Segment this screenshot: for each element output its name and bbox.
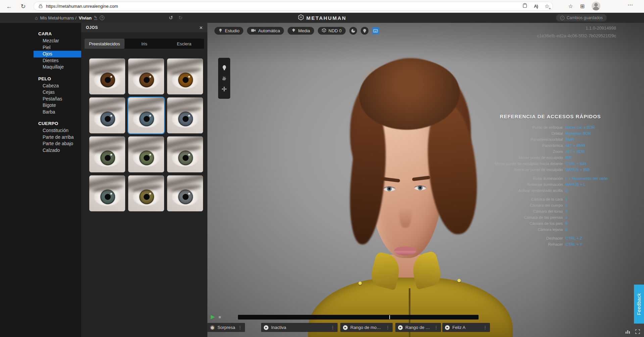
clipboard-icon[interactable] xyxy=(523,3,527,9)
breadcrumb[interactable]: ⌂ Mis MetaHumans / Vivian ✎ ? xyxy=(35,13,104,23)
lod-button[interactable]: NDD 0 xyxy=(318,27,346,35)
animation-clip[interactable]: ▶ Rango de movimiento facial ⋮ xyxy=(340,323,393,332)
eye-preset-thumb[interactable] xyxy=(167,175,203,211)
thumb-iris xyxy=(178,112,193,126)
eye-preset-thumb[interactable] xyxy=(89,136,125,172)
eyes-panel: OJOS × PreestablecidosIrisEsclera xyxy=(81,23,207,337)
eyes-tab[interactable]: Preestablecidos xyxy=(85,39,125,49)
sidebar-item[interactable]: Maquillaje xyxy=(34,64,81,71)
animation-clip[interactable]: ▶ Rango de movimiento corporal ⋮ xyxy=(395,323,441,332)
eye-preset-thumb[interactable] xyxy=(128,58,164,94)
clip-menu-icon[interactable]: ⋮ xyxy=(483,325,487,330)
sidebar-item[interactable]: Piel xyxy=(34,44,81,51)
sidebar-item[interactable]: Bigote xyxy=(34,102,81,109)
edit-name-icon[interactable]: ✎ xyxy=(94,16,97,20)
browser-refresh-icon[interactable]: ↻ xyxy=(19,2,28,11)
stats-icon[interactable] xyxy=(625,329,630,335)
add-favorite-icon[interactable]: ☆ + xyxy=(545,3,549,9)
viewport-canvas[interactable]: Estudio Automática Media xyxy=(207,23,644,337)
clip-menu-icon[interactable]: ⋮ xyxy=(434,325,438,330)
clay-render-button[interactable] xyxy=(349,27,357,35)
eye-preset-thumb[interactable] xyxy=(89,97,125,133)
eyes-tab[interactable]: Esclera xyxy=(164,39,204,49)
sidebar-item[interactable]: Ojos xyxy=(34,51,81,57)
url-text: https://metahuman.unrealengine.com xyxy=(46,4,118,9)
address-bar[interactable]: https://metahuman.unrealengine.com A) ☆ … xyxy=(34,2,553,11)
eye-preset-thumb[interactable] xyxy=(128,136,164,172)
build-number: 1.1.0-20914998 xyxy=(537,24,616,32)
lightbulb-icon xyxy=(218,28,222,34)
eye-preset-thumb[interactable] xyxy=(167,58,203,94)
clip-label: Feliz A xyxy=(452,325,465,330)
browser-profile-avatar[interactable] xyxy=(592,2,600,10)
sidebar-item[interactable]: Dientes xyxy=(34,57,81,64)
shortcut-keys: 4 xyxy=(565,214,641,220)
sidebar-item[interactable]: Calzado xyxy=(34,147,81,154)
favorites-bar-icon[interactable]: ☆ xyxy=(568,3,573,9)
feedback-button[interactable]: Feedback xyxy=(634,285,644,324)
sculpt-tool-icon[interactable] xyxy=(221,76,227,81)
camera-mode-button[interactable]: Automática xyxy=(247,27,284,35)
eye-preset-thumb[interactable] xyxy=(167,136,203,172)
close-icon[interactable]: × xyxy=(199,25,203,31)
sidebar-item[interactable]: Pestañas xyxy=(34,96,81,102)
shortcuts-title: REFERENCIA DE ACCESOS RÁPIDOS xyxy=(460,114,641,120)
shortcut-row: Cámara del cuerpo 2 xyxy=(460,202,641,208)
shortcut-label: Panorámica xyxy=(460,142,563,149)
shortcuts-group: Cámara de la cara 1 Cámara del cuerpo 2 … xyxy=(460,196,641,233)
shortcut-row: Cámara de los pies 5 xyxy=(460,220,641,226)
shortcut-keys: CTRL + Y xyxy=(565,241,641,247)
playhead[interactable] xyxy=(389,315,390,319)
keyboard-shortcuts-toggle[interactable] xyxy=(372,27,379,34)
shortcut-label: Cámara del torso xyxy=(460,208,563,214)
head-tool-icon[interactable] xyxy=(222,65,227,71)
eye-preset-thumb[interactable] xyxy=(128,97,164,133)
thumb-iris xyxy=(178,151,193,165)
sidebar-item[interactable]: Barba xyxy=(34,109,81,116)
hair-preview-button[interactable] xyxy=(361,27,368,35)
sidebar-item[interactable]: Cejas xyxy=(34,89,81,96)
animation-clip[interactable]: ▶ Feliz A ⋮ xyxy=(442,323,490,332)
browser-back-icon[interactable]: ← xyxy=(5,2,13,11)
sidebar-item[interactable]: Parte de abajo xyxy=(34,140,81,147)
changes-saved-button[interactable]: ✓ Cambios guardados xyxy=(556,14,607,22)
shortcut-keys: MAYÚS + BIR xyxy=(565,167,641,173)
breadcrumb-path[interactable]: Mis MetaHumans / xyxy=(40,15,76,20)
sidebar-section: CUERPO ConstituciónParte de arribaParte … xyxy=(34,120,81,154)
sidebar-item[interactable]: Parte de arriba xyxy=(34,134,81,141)
clip-menu-icon[interactable]: ⋮ xyxy=(238,325,242,330)
animation-clip[interactable]: ▶ Inactiva ⋮ xyxy=(261,323,338,332)
eye-preset-thumb[interactable] xyxy=(128,175,164,211)
sidebar-section-title: CUERPO xyxy=(34,120,81,127)
shortcut-row: Cámara de la cara 1 xyxy=(460,196,641,202)
shortcut-row: Activar renderizado arcilla C xyxy=(460,187,641,194)
timeline-scrubber[interactable] xyxy=(238,315,479,320)
clip-menu-icon[interactable]: ⋮ xyxy=(386,325,390,330)
stop-button[interactable]: ■ xyxy=(218,314,221,320)
sidebar-item[interactable]: Cabeza xyxy=(34,83,81,89)
shortcut-label: Panorámica/orbital xyxy=(460,136,563,142)
undo-icon[interactable]: ↺ xyxy=(169,15,173,21)
sidebar-item[interactable]: Constitución xyxy=(34,127,81,134)
read-aloud-icon[interactable]: A) xyxy=(534,4,538,9)
animation-clips: ▶ Inactiva ⋮ ▶ Rango de movimiento facia… xyxy=(207,323,644,332)
home-icon[interactable]: ⌂ xyxy=(35,15,38,20)
eye-preset-thumb[interactable] xyxy=(89,58,125,94)
eyes-tab[interactable]: Iris xyxy=(125,39,164,49)
play-button[interactable]: ▶ xyxy=(211,314,215,320)
redo-icon[interactable]: ↻ xyxy=(179,15,183,21)
quality-button[interactable]: Media xyxy=(288,27,314,35)
move-tool-icon[interactable] xyxy=(221,86,227,92)
sidebar-section: PELO CabezaCejasPestañasBigoteBarba xyxy=(34,75,81,116)
animation-clip[interactable]: ☻ Sorpresa ⋮ xyxy=(207,323,245,332)
eye-preset-thumb[interactable] xyxy=(89,175,125,211)
eye-preset-thumb[interactable] xyxy=(167,97,203,133)
clip-menu-icon[interactable]: ⋮ xyxy=(331,325,335,330)
help-icon[interactable]: ? xyxy=(100,15,104,20)
environment-button[interactable]: Estudio xyxy=(214,27,243,35)
sidebar-item[interactable]: Mezclar xyxy=(34,38,81,44)
browser-menu-icon[interactable]: ⋯ xyxy=(628,2,633,8)
collections-icon[interactable]: ⊞ xyxy=(580,3,585,9)
clip-label: Sorpresa xyxy=(217,325,235,330)
fullscreen-icon[interactable] xyxy=(635,329,640,335)
